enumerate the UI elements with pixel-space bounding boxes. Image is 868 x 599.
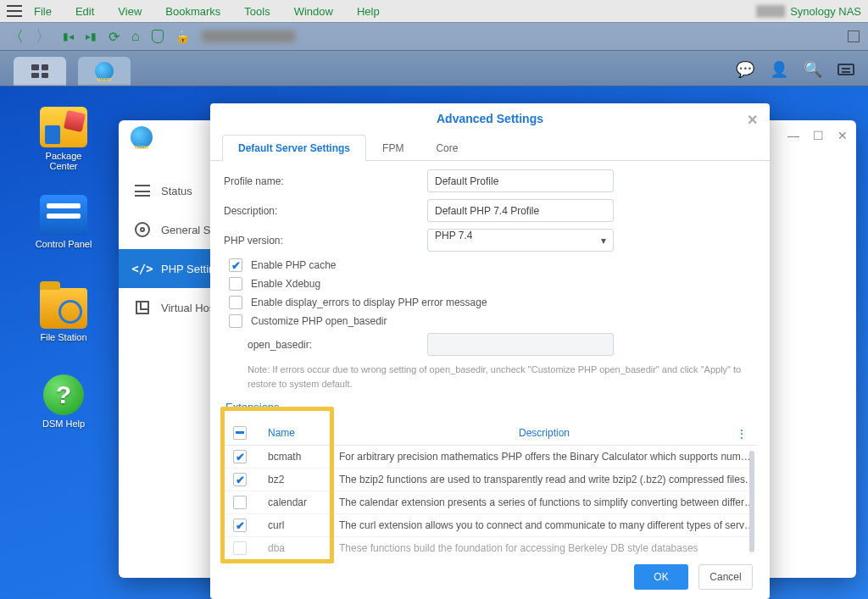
profile-name-label: Profile name: <box>224 175 427 187</box>
browser-toolbar: 〈 〉 ▮◂ ▸▮ ⟳ ⌂ 🔒 <box>0 22 868 51</box>
enable-cache-checkbox[interactable] <box>229 258 242 272</box>
address-bar-blurred[interactable] <box>202 31 295 42</box>
extension-checkbox[interactable] <box>233 496 247 509</box>
dsm-taskbar: 💬 👤 🔍 <box>0 51 868 86</box>
menu-file[interactable]: File <box>34 5 52 18</box>
extension-name: curl <box>264 519 332 531</box>
extension-name: calendar <box>264 496 332 508</box>
extension-checkbox[interactable] <box>233 450 247 463</box>
menu-tools[interactable]: Tools <box>244 5 270 18</box>
lock-icon[interactable]: 🔒 <box>175 30 190 43</box>
php-version-label: PHP version: <box>224 235 427 247</box>
back-button[interactable]: 〈 <box>8 26 24 47</box>
page-title-blurred: ████ <box>756 5 785 17</box>
extension-checkbox[interactable] <box>233 519 247 532</box>
forward-button[interactable]: 〉 <box>36 26 51 47</box>
modal-title: Advanced Settings <box>437 112 543 125</box>
extension-description: For arbitrary precision mathematics PHP … <box>332 451 756 463</box>
extension-name: bz2 <box>264 474 332 485</box>
browser-menu-bar: File Edit View Bookmarks Tools Window He… <box>0 0 868 22</box>
enable-cache-label: Enable PHP cache <box>251 259 337 271</box>
open-basedir-label: open_basedir: <box>248 339 427 351</box>
page-title: Synology NAS <box>790 5 861 18</box>
extension-checkbox[interactable] <box>233 473 247 486</box>
desktop-icon-label: File Station <box>25 332 102 342</box>
desktop-icon-label: Package Center <box>25 151 102 171</box>
chat-icon[interactable]: 💬 <box>736 60 754 79</box>
menu-help[interactable]: Help <box>357 5 380 18</box>
globe-icon <box>131 126 153 148</box>
vhost-icon <box>136 301 149 314</box>
menu-view[interactable]: View <box>118 5 142 18</box>
extensions-table: Name Description ⋮ bcmath For arbitrary … <box>224 420 756 555</box>
extension-description: These functions build the foundation for… <box>332 542 756 554</box>
advanced-settings-modal: Advanced Settings ✕ Default Server Setti… <box>210 103 770 599</box>
desktop-icon-dsm-help[interactable]: DSM Help <box>25 374 102 429</box>
profile-name-input[interactable] <box>427 169 614 192</box>
control-panel-icon <box>40 195 87 236</box>
sidebar-item-label: Virtual Host <box>161 302 218 314</box>
reload-button[interactable]: ⟳ <box>108 29 120 45</box>
widgets-icon[interactable] <box>837 64 854 75</box>
extensions-menu-icon[interactable]: ⋮ <box>736 427 748 441</box>
modal-close-button[interactable]: ✕ <box>747 112 758 128</box>
desktop-icon-package-center[interactable]: Package Center <box>25 107 102 171</box>
enable-display-errors-checkbox[interactable] <box>229 296 242 309</box>
desktop-icon-control-panel[interactable]: Control Panel <box>25 195 102 249</box>
file-station-icon <box>40 288 87 329</box>
home-button[interactable]: ⌂ <box>131 29 140 44</box>
window-close-button[interactable]: ✕ <box>837 129 848 142</box>
globe-icon <box>95 62 114 80</box>
first-button[interactable]: ▮◂ <box>63 31 74 42</box>
sidebar-item-label: Status <box>161 185 192 197</box>
php-version-select[interactable]: PHP 7.4 <box>427 229 614 252</box>
tab-dashboard[interactable] <box>14 57 66 86</box>
customize-open-basedir-label: Customize PHP open_basedir <box>251 315 387 327</box>
ok-button[interactable]: OK <box>634 564 688 590</box>
extensions-select-all-checkbox[interactable] <box>233 426 247 440</box>
customize-open-basedir-checkbox[interactable] <box>229 314 242 328</box>
shield-icon[interactable] <box>152 30 164 43</box>
enable-xdebug-checkbox[interactable] <box>229 277 242 291</box>
php-version-value: PHP 7.4 <box>435 230 472 241</box>
toolbar-extra-icon[interactable] <box>848 31 860 42</box>
tab-fpm[interactable]: FPM <box>366 135 420 161</box>
desktop-icon-file-station[interactable]: File Station <box>25 288 102 342</box>
table-row: bz2 The bzip2 functions are used to tran… <box>224 469 756 491</box>
desktop-icon-label: Control Panel <box>25 239 102 249</box>
user-icon[interactable]: 👤 <box>770 60 788 79</box>
table-row: dba These functions build the foundation… <box>224 537 756 555</box>
list-icon <box>135 185 150 197</box>
extensions-header-description[interactable]: Description <box>332 427 756 439</box>
tab-webstation[interactable] <box>78 57 131 86</box>
extension-description: The curl extension allows you to connect… <box>332 519 756 531</box>
hamburger-icon[interactable] <box>7 5 22 17</box>
extension-name: bcmath <box>264 451 332 463</box>
extension-name: dba <box>264 542 332 554</box>
menu-bookmarks[interactable]: Bookmarks <box>165 5 220 18</box>
gear-icon <box>135 222 150 237</box>
tab-core[interactable]: Core <box>420 135 474 161</box>
open-basedir-note: Note: If errors occur due to wrong setti… <box>248 363 756 391</box>
menu-window[interactable]: Window <box>294 5 333 18</box>
last-button[interactable]: ▸▮ <box>86 31 97 42</box>
search-icon[interactable]: 🔍 <box>804 60 822 79</box>
open-basedir-input <box>427 333 614 356</box>
extensions-header-name[interactable]: Name <box>264 427 332 439</box>
menu-edit[interactable]: Edit <box>75 5 94 18</box>
extension-checkbox[interactable] <box>233 541 247 555</box>
code-icon: </> <box>134 260 151 277</box>
extensions-scrollbar[interactable] <box>749 451 754 552</box>
extensions-heading: Extensions <box>225 401 756 413</box>
extension-description: The calendar extension presents a series… <box>332 496 756 508</box>
desktop-icon-label: DSM Help <box>25 419 102 429</box>
table-row: bcmath For arbitrary precision mathemati… <box>224 446 756 469</box>
description-input[interactable] <box>427 199 614 222</box>
extension-description: The bzip2 functions are used to transpar… <box>332 474 756 485</box>
window-maximize-button[interactable]: ☐ <box>813 129 824 142</box>
window-minimize-button[interactable]: — <box>787 129 799 142</box>
tab-default-server[interactable]: Default Server Settings <box>222 135 366 161</box>
modal-tabs: Default Server Settings FPM Core <box>210 134 770 161</box>
table-row: calendar The calendar extension presents… <box>224 491 756 514</box>
cancel-button[interactable]: Cancel <box>698 564 753 590</box>
